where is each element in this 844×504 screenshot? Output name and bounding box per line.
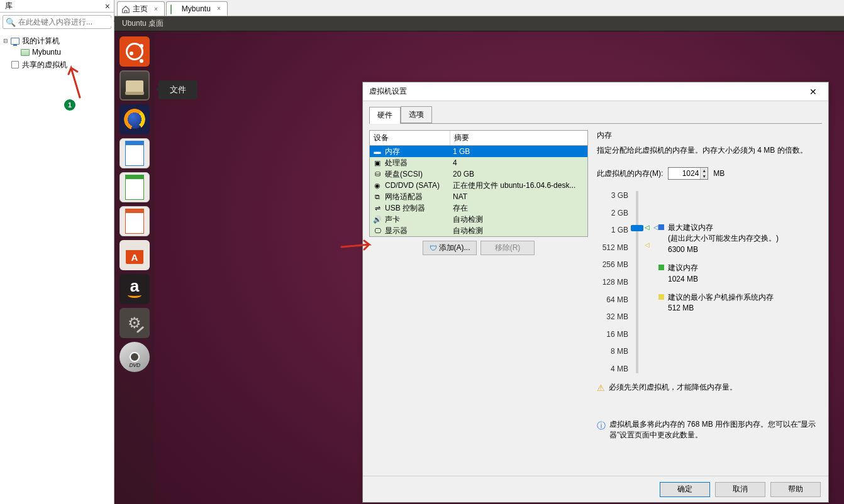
memory-desc: 指定分配给此虚拟机的内存量。内存大小必须为 4 MB 的倍数。 (597, 145, 818, 156)
net-icon: ⧉ (372, 192, 382, 201)
vm-settings-dialog: 虚拟机设置 ✕ 硬件 选项 设备 (362, 82, 829, 503)
ubuntu-launcher (114, 31, 155, 504)
annotation-arrow-2 (339, 237, 377, 253)
shield-icon: 🛡 (430, 244, 437, 253)
cancel-button[interactable]: 取消 (715, 482, 765, 497)
annotation-badge-1: 1 (64, 99, 75, 111)
launcher-files-icon[interactable] (119, 70, 150, 101)
dialog-titlebar[interactable]: 虚拟机设置 ✕ (363, 82, 828, 101)
dialog-close-button[interactable]: ✕ (801, 84, 826, 100)
shared-icon (10, 60, 20, 69)
vm-desktop: Ubuntu 桌面 文件 虚拟 (114, 16, 844, 504)
library-close-button[interactable]: × (105, 1, 110, 11)
memory-panel: 内存 指定分配给此虚拟机的内存量。内存大小必须为 4 MB 的倍数。 此虚拟机的… (597, 130, 822, 476)
launcher-firefox-icon[interactable] (119, 104, 150, 134)
memory-unit: MB (713, 169, 725, 178)
launcher-calc-icon[interactable] (119, 172, 150, 202)
memory-warning: ⚠ 必须先关闭虚拟机，才能降低内存量。 (597, 382, 818, 393)
launcher-writer-icon[interactable] (119, 138, 150, 168)
dialog-title: 虚拟机设置 (369, 86, 407, 97)
marker-current-icon: ◁ (645, 224, 650, 231)
slider-thumb[interactable] (631, 225, 643, 231)
memory-slider[interactable]: ◁ ◁ ◁ (631, 191, 656, 373)
marker-max-icon: ◁ (653, 224, 658, 231)
hardware-row[interactable]: 🖵显示器自动检测 (370, 225, 587, 236)
tree-toggle-icon[interactable]: ⊟ (3, 38, 9, 44)
search-icon: 🔍 (6, 18, 16, 27)
tab-options[interactable]: 选项 (401, 106, 432, 123)
sound-icon: 🔊 (372, 215, 382, 224)
legend-rec-icon (658, 265, 664, 270)
library-panel: 库 × 🔍 ▼ ⊟ 我的计算机 Mybuntu 共享的虚拟机 (0, 0, 114, 504)
cpu-icon: ▣ (372, 158, 382, 167)
marker-min-icon: ◁ (645, 241, 650, 248)
usb-icon: ⇌ (372, 204, 382, 212)
hardware-row[interactable]: ⛁硬盘(SCSI)20 GB (370, 168, 587, 180)
launcher-software-icon[interactable] (119, 240, 150, 270)
spin-down[interactable]: ▼ (700, 173, 708, 179)
library-search[interactable]: 🔍 ▼ (3, 15, 111, 29)
legend-min-icon (658, 294, 664, 300)
launcher-settings-icon[interactable] (119, 308, 150, 338)
memory-title: 内存 (597, 130, 818, 141)
tab-hardware[interactable]: 硬件 (369, 107, 401, 124)
tree-shared-vms[interactable]: 共享的虚拟机 (3, 59, 111, 70)
hardware-list: 设备 摘要 ▬内存1 GB▣处理器4⛁硬盘(SCSI)20 GB◉CD/DVD … (369, 130, 588, 237)
dialog-tabs: 硬件 选项 (369, 106, 822, 124)
memory-info: ⓘ 虚拟机最多将此内存的 768 MB 用作图形内存。您可以在"显示器"设置页面… (597, 419, 818, 441)
hardware-row[interactable]: ⧉网络适配器NAT (370, 191, 587, 202)
launcher-dvd-icon[interactable] (119, 342, 150, 372)
home-icon (121, 5, 130, 13)
col-device: 设备 (370, 131, 450, 145)
library-title: 库 (5, 1, 13, 11)
remove-hardware-button: 移除(R) (480, 241, 535, 255)
info-icon: ⓘ (597, 419, 606, 432)
vm-inner-titlebar: Ubuntu 桌面 (114, 16, 844, 31)
disk-icon: ⛁ (372, 170, 382, 178)
legend-max-icon (658, 224, 664, 230)
add-hardware-button[interactable]: 🛡添加(A)... (423, 241, 477, 255)
vm-icon (20, 48, 30, 57)
hardware-row[interactable]: ⇌USB 控制器存在 (370, 202, 587, 214)
vm-tab-icon (170, 5, 179, 13)
hardware-row[interactable]: ◉CD/DVD (SATA)正在使用文件 ubuntu-16.04.6-desk… (370, 180, 587, 191)
memory-label: 此虚拟机的内存(M): (597, 168, 663, 179)
library-search-input[interactable] (18, 18, 113, 26)
launcher-dash-icon[interactable] (119, 36, 150, 67)
tab-close-icon[interactable]: × (217, 5, 221, 12)
main-area: 主页 × Mybuntu × Ubuntu 桌面 (114, 0, 844, 504)
memory-icon: ▬ (372, 147, 382, 156)
spin-up[interactable]: ▲ (700, 168, 708, 173)
tab-close-icon[interactable]: × (154, 6, 158, 13)
annotation-arrow-1 (66, 63, 84, 101)
ubuntu-desktop[interactable]: 文件 虚拟机设置 ✕ 硬件 选项 (114, 31, 844, 504)
cd-icon: ◉ (372, 181, 382, 190)
slider-legend: 最大建议内存 (超出此大小可能发生内存交换。) 6300 MB (658, 191, 818, 373)
hardware-row[interactable]: ▣处理器4 (370, 157, 587, 168)
launcher-impress-icon[interactable] (119, 206, 150, 236)
hardware-row[interactable]: 🔊声卡自动检测 (370, 214, 587, 225)
dialog-footer: 确定 取消 帮助 (363, 476, 828, 502)
monitor-icon (10, 36, 20, 45)
ok-button[interactable]: 确定 (660, 482, 710, 497)
library-tree: ⊟ 我的计算机 Mybuntu 共享的虚拟机 (0, 31, 114, 74)
launcher-amazon-icon[interactable] (119, 274, 150, 304)
tab-home[interactable]: 主页 × (117, 1, 165, 16)
help-button[interactable]: 帮助 (770, 482, 821, 497)
launcher-tooltip: 文件 (158, 80, 197, 99)
tree-vm-mybuntu[interactable]: Mybuntu (3, 47, 111, 58)
col-summary: 摘要 (450, 131, 473, 145)
tree-root-my-computer[interactable]: ⊟ 我的计算机 (3, 35, 111, 47)
tab-mybuntu[interactable]: Mybuntu × (166, 1, 228, 16)
warning-icon: ⚠ (597, 383, 605, 393)
tab-bar: 主页 × Mybuntu × (114, 0, 844, 16)
display-icon: 🖵 (372, 226, 382, 235)
slider-labels: 3 GB2 GB1 GB512 MB256 MB128 MB64 MB32 MB… (597, 191, 628, 373)
hardware-row[interactable]: ▬内存1 GB (370, 146, 587, 157)
